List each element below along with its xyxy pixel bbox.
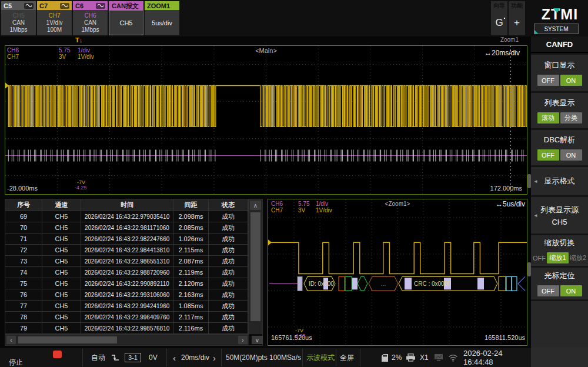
vscroll-thumb[interactable]: [250, 212, 260, 321]
can-signal-trace: [5, 86, 527, 127]
scroll-down-button[interactable]: ∨: [252, 336, 263, 344]
tab-c5-body: CH5CAN1Mbps: [1, 10, 36, 35]
tab-c6[interactable]: C6CH6CAN1Mbps: [73, 1, 108, 35]
cell: 77: [5, 301, 42, 312]
decode-field-block: [499, 276, 506, 291]
sidebar-section-blank: [531, 301, 588, 348]
toggle-option-OFF[interactable]: OFF: [537, 149, 559, 161]
cell: 71: [5, 233, 42, 245]
toggle-option-OFF[interactable]: OFF: [537, 285, 559, 296]
cell: 2026/02/24 16:43:22.986551310: [81, 256, 173, 267]
decode-field-hexagon: [358, 276, 368, 291]
tab-zoom1-label: ZOOM1: [147, 2, 170, 9]
tab-c5-line: CAN: [12, 19, 25, 26]
tab-zoom1[interactable]: ZOOM15us/div: [145, 1, 179, 35]
tab-can-msg-line: CH5: [119, 19, 132, 26]
toggle-option-分类[interactable]: 分类: [560, 112, 582, 124]
table-row[interactable]: 71CH52026/02/24 16:43:22.9822476601.026m…: [5, 233, 262, 245]
cell: 2026/02/24 16:43:22.988720960: [81, 267, 173, 278]
trigger-level-readout[interactable]: 0V: [149, 348, 158, 367]
zoom-window-tag: Zoom1: [500, 36, 519, 43]
tab-c7-line: 100M: [47, 26, 62, 34]
cell: 成功: [209, 256, 248, 267]
scope-mode-button[interactable]: 示波模式: [306, 348, 335, 367]
table-row[interactable]: 73CH52026/02/24 16:43:22.9865513102.087m…: [5, 256, 262, 267]
trigger-edge-icon[interactable]: [111, 348, 120, 367]
cell: 78: [5, 312, 42, 323]
cell: 2026/02/24 16:43:22.982247660: [81, 233, 173, 245]
hscroll-thumb[interactable]: [18, 336, 117, 343]
system-button[interactable]: SYSTEM: [534, 24, 579, 34]
wizard-label: 向导: [491, 1, 507, 10]
timebase-readout[interactable]: 20ms/div: [181, 348, 209, 367]
scroll-right-button[interactable]: ›: [238, 336, 248, 344]
decode-field-label: CRC : 0x0000: [414, 281, 451, 287]
timebase-increase-chevron[interactable]: ›: [213, 348, 216, 367]
column-header-间距: 间距: [173, 199, 209, 211]
scroll-left-button[interactable]: ‹: [6, 336, 16, 344]
table-row[interactable]: 74CH52026/02/24 16:43:22.9887209602.119m…: [5, 267, 262, 278]
table-row[interactable]: 76CH52026/02/24 16:43:22.9931060602.163m…: [5, 289, 262, 301]
table-row[interactable]: 79CH52026/02/24 16:43:22.9985768102.116m…: [5, 323, 262, 334]
cell: CH5: [42, 289, 81, 301]
function-button[interactable]: 功能 +: [509, 1, 525, 35]
table-horizontal-scrollbar[interactable]: ‹›∨: [5, 334, 249, 345]
toggle-group: OFF缩放1缩放2: [533, 252, 586, 263]
tab-c6-line: CAN: [84, 19, 96, 26]
sidebar-section-缩放切换: 缩放切换OFF缩放1缩放2: [531, 235, 588, 266]
sidebar-section-列表显示: 列表显示滚动分类: [531, 93, 588, 128]
trigger-source-slot[interactable]: 3-1: [125, 353, 141, 362]
tab-can-msg[interactable]: CAN报文CH5: [109, 1, 143, 35]
table-row[interactable]: 72CH52026/02/24 16:43:22.9844138102.115m…: [5, 245, 262, 256]
main-waveform-panel[interactable]: [5, 45, 527, 195]
stop-icon[interactable]: [53, 351, 62, 358]
toggle-option-OFF[interactable]: OFF: [533, 255, 546, 262]
toggle-group: OFFON: [537, 149, 582, 161]
table-row[interactable]: 78CH52026/02/24 16:43:22.9964097602.117m…: [5, 312, 262, 323]
toggle-option-缩放1[interactable]: 缩放1: [547, 252, 569, 263]
scroll-up-button[interactable]: ∧: [250, 201, 261, 210]
table-row[interactable]: 69CH52026/02/24 16:43:22.9790354102.098m…: [5, 211, 262, 222]
cell: 成功: [209, 312, 248, 323]
run-state-label[interactable]: 停止: [9, 358, 23, 367]
tab-c6-header: C6: [73, 1, 108, 10]
waveform-icon: [96, 3, 105, 9]
table-vertical-scrollbar[interactable]: ∧: [248, 199, 262, 334]
table-row[interactable]: 70CH52026/02/24 16:43:22.9811710602.085m…: [5, 222, 262, 233]
tab-c7-label: C7: [39, 2, 48, 9]
cell: 2026/02/24 16:43:22.994241960: [81, 301, 173, 312]
tab-c7[interactable]: C7CH71V/div100M: [37, 1, 72, 35]
zoom-waveform-panel[interactable]: ID: 0x000...CRC : 0x0000: [268, 199, 527, 346]
sidebar-sections: 窗口显示OFFON列表显示滚动分类DBC解析OFFON显示格式◄列表显示源◄CH…: [531, 55, 588, 348]
cell: 79: [5, 323, 42, 334]
cell: CH5: [42, 312, 81, 323]
trigger-mode-label[interactable]: 自动: [91, 348, 105, 367]
trigger-position-marker[interactable]: T↓: [75, 36, 82, 44]
sidebar-section-显示格式[interactable]: 显示格式◄: [531, 167, 588, 195]
toggle-option-ON[interactable]: ON: [560, 149, 582, 161]
decode-stuff-bit: [352, 278, 358, 289]
table-row[interactable]: 75CH52026/02/24 16:43:22.9908921102.120m…: [5, 278, 262, 289]
toggle-option-OFF[interactable]: OFF: [537, 75, 559, 86]
column-header-通道: 通道: [42, 199, 81, 211]
fullscreen-button[interactable]: 全屏: [340, 348, 354, 367]
cell: 2.098ms: [173, 211, 209, 222]
toggle-option-滚动[interactable]: 滚动: [537, 112, 559, 124]
main-waveform-display: [5, 46, 527, 194]
canfd-settings-sidebar: CANFD 窗口显示OFFON列表显示滚动分类DBC解析OFFON显示格式◄列表…: [531, 36, 588, 347]
timebase-decrease-chevron[interactable]: ‹: [173, 348, 176, 367]
toggle-option-缩放2[interactable]: 缩放2: [570, 253, 586, 262]
wizard-button[interactable]: 向导 G: [491, 1, 507, 35]
toggle-group: OFFON: [537, 75, 582, 86]
channel-position-marker: [268, 239, 272, 245]
toggle-option-ON[interactable]: ON: [560, 75, 582, 86]
tab-c5[interactable]: C5CH5CAN1Mbps: [1, 1, 36, 35]
cell: 2026/02/24 16:43:22.993106060: [81, 289, 173, 301]
table-row[interactable]: 77CH52026/02/24 16:43:22.9942419601.085m…: [5, 301, 262, 312]
sidebar-section-列表显示源[interactable]: 列表显示源◄CH5: [531, 197, 588, 233]
cell: 2026/02/24 16:43:22.990892110: [81, 278, 173, 289]
cell: 成功: [209, 289, 248, 301]
cell: 1.085ms: [173, 301, 209, 312]
cell: 2.085ms: [173, 222, 209, 233]
toggle-option-ON[interactable]: ON: [560, 285, 582, 296]
